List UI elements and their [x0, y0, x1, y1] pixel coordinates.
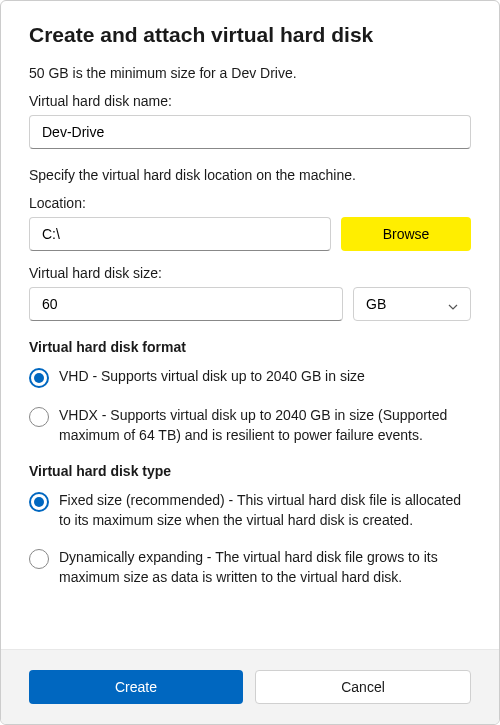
format-heading: Virtual hard disk format — [29, 339, 471, 355]
size-unit-select[interactable]: GB — [353, 287, 471, 321]
type-fixed-label: Fixed size (recommended) - This virtual … — [59, 491, 471, 530]
format-option-vhd[interactable]: VHD - Supports virtual disk up to 2040 G… — [29, 367, 471, 388]
format-option-vhdx[interactable]: VHDX - Supports virtual disk up to 2040 … — [29, 406, 471, 445]
create-button[interactable]: Create — [29, 670, 243, 704]
location-instruction: Specify the virtual hard disk location o… — [29, 167, 471, 183]
radio-unselected-icon — [29, 549, 49, 569]
cancel-button[interactable]: Cancel — [255, 670, 471, 704]
name-input[interactable] — [29, 115, 471, 149]
format-vhdx-label: VHDX - Supports virtual disk up to 2040 … — [59, 406, 471, 445]
dialog-footer: Create Cancel — [1, 649, 499, 724]
type-dynamic-label: Dynamically expanding - The virtual hard… — [59, 548, 471, 587]
name-label: Virtual hard disk name: — [29, 93, 471, 109]
location-label: Location: — [29, 195, 471, 211]
type-heading: Virtual hard disk type — [29, 463, 471, 479]
size-label: Virtual hard disk size: — [29, 265, 471, 281]
chevron-down-icon — [448, 299, 458, 309]
radio-selected-icon — [29, 368, 49, 388]
radio-selected-icon — [29, 492, 49, 512]
location-input[interactable] — [29, 217, 331, 251]
dialog-title: Create and attach virtual hard disk — [29, 23, 471, 47]
size-input[interactable] — [29, 287, 343, 321]
format-vhd-label: VHD - Supports virtual disk up to 2040 G… — [59, 367, 365, 387]
browse-button[interactable]: Browse — [341, 217, 471, 251]
size-minimum-note: 50 GB is the minimum size for a Dev Driv… — [29, 65, 471, 81]
size-unit-value: GB — [366, 296, 386, 312]
radio-unselected-icon — [29, 407, 49, 427]
type-option-dynamic[interactable]: Dynamically expanding - The virtual hard… — [29, 548, 471, 587]
type-option-fixed[interactable]: Fixed size (recommended) - This virtual … — [29, 491, 471, 530]
